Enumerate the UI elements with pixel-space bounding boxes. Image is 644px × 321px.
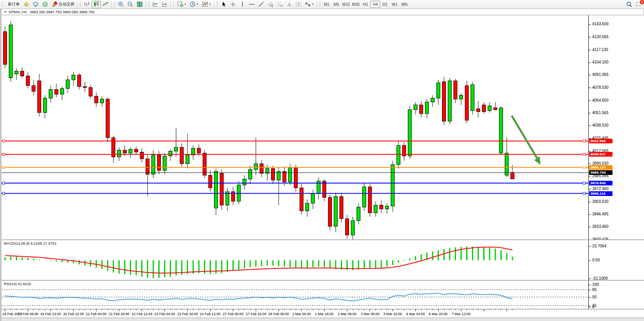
horizontal-line-icon[interactable] xyxy=(247,1,256,8)
time-tick: 21 Feb 20:00 xyxy=(109,312,129,316)
text-label-icon[interactable]: T xyxy=(294,1,303,8)
crosshair-icon[interactable] xyxy=(228,1,238,8)
time-tick: 3 Mar 16:00 xyxy=(383,312,402,316)
zoom-out-icon[interactable] xyxy=(126,1,135,8)
one-click-dropdown-icon[interactable]: ▼ xyxy=(4,11,7,13)
trendline-icon[interactable] xyxy=(256,1,266,8)
cursor-icon[interactable] xyxy=(219,1,228,8)
ticket-icon[interactable] xyxy=(22,1,31,8)
macd-label: MACD(12,26,9) 6.2168 17.4763 xyxy=(4,241,56,245)
price-tick: 4091.065 xyxy=(592,72,609,77)
time-tick: 28 Feb 08:00 xyxy=(268,312,289,316)
time-tick: 7 Mar 12:00 xyxy=(452,312,470,316)
toolbar-grip[interactable] xyxy=(148,2,149,7)
time-tick: 20 Feb 12:00 xyxy=(63,312,84,316)
timeframe-m30-button[interactable]: M30 xyxy=(351,1,361,8)
chart-ohlc-readout: 3983.250 3997.750 3983.050 3989.750 xyxy=(30,10,94,14)
add-indicator-icon[interactable]: ▼ xyxy=(175,1,188,8)
chat-icon[interactable]: 1 xyxy=(634,1,643,8)
chevron-down-icon[interactable]: ▼ xyxy=(209,3,211,5)
price-tick: 3959.530 xyxy=(592,199,609,204)
timeframe-mn-button[interactable]: MN xyxy=(400,1,409,8)
time-tick: 24 Feb 12:00 xyxy=(200,312,220,316)
time-axis[interactable]: 16 Feb 202317 Feb 08:0019 Feb 23:0020 Fe… xyxy=(2,309,644,317)
bar-chart-icon[interactable] xyxy=(82,1,91,8)
rsi-label: RSI(14) 41.9215 xyxy=(4,282,31,286)
line-chart-icon[interactable] xyxy=(101,1,110,8)
svg-text:E: E xyxy=(271,5,273,7)
vertical-line-icon[interactable] xyxy=(238,1,247,8)
toolbar-grip[interactable] xyxy=(80,2,81,7)
price-chart-canvas[interactable] xyxy=(2,15,588,240)
time-tick: 27 Feb 16:00 xyxy=(246,312,266,316)
price-tick: 3933.460 xyxy=(592,224,609,229)
auto-scroll-icon[interactable] xyxy=(151,1,160,8)
time-tick: 17 Feb 08:00 xyxy=(18,312,38,316)
timeframe-w1-button[interactable]: W1 xyxy=(390,1,400,8)
price-tick: 4143.600 xyxy=(592,22,609,26)
price-line-label: 4022.555 xyxy=(589,139,612,143)
rsi-scale-tick: 50 xyxy=(592,295,597,299)
price-tick: 4104.100 xyxy=(592,60,609,64)
chevron-down-icon[interactable]: ▼ xyxy=(184,3,186,5)
toolbar-grip[interactable] xyxy=(319,2,321,7)
tile-windows-icon[interactable] xyxy=(135,1,144,8)
chart-title-bar: ▼ SP500-,H4 3983.250 3997.750 3983.050 3… xyxy=(2,9,644,15)
toolbar-grip[interactable] xyxy=(173,2,174,7)
timeframe-m5-button[interactable]: M5 xyxy=(332,1,341,8)
price-tick: 4051.565 xyxy=(592,111,609,115)
notification-badge: 1 xyxy=(639,0,644,5)
mt4-terminal: 新订单自动交易▼▼▼EFAT▼M1M5M15M30H1H4D1W1MN1 ▼ S… xyxy=(0,0,644,321)
template-icon[interactable]: ▼ xyxy=(200,1,213,8)
toolbar-grip[interactable] xyxy=(2,2,3,7)
fibonacci-icon[interactable]: F xyxy=(275,1,284,8)
macd-signal-line xyxy=(5,247,512,273)
autotrade-button[interactable]: 自动交易 xyxy=(50,1,76,8)
text-icon[interactable]: A xyxy=(284,1,294,8)
new-order-button[interactable]: 新订单 xyxy=(4,1,22,8)
shapes-icon[interactable]: ▼ xyxy=(303,1,316,8)
new-order-button-label: 新订单 xyxy=(8,2,19,7)
price-tick: 3946.495 xyxy=(592,212,609,216)
rsi-scale-tick: 100 xyxy=(592,282,599,287)
time-tick: 22 Feb 12:00 xyxy=(132,312,152,316)
price-line-3968.116[interactable] xyxy=(2,192,588,195)
time-tick: 1 Mar 00:00 xyxy=(292,312,311,316)
macd-canvas[interactable] xyxy=(2,240,588,280)
timeframe-d1-button[interactable]: D1 xyxy=(380,1,390,8)
sell-signal-arrow[interactable] xyxy=(512,116,540,165)
price-line-4008.647[interactable] xyxy=(2,153,588,155)
rsi-scale-tick: 0 xyxy=(592,305,595,309)
time-tick: 23 Feb 04:00 xyxy=(154,312,175,316)
rsi-canvas[interactable] xyxy=(2,280,588,309)
toolbar-grip[interactable] xyxy=(114,2,115,7)
svg-text:F: F xyxy=(281,5,283,7)
chart-symbol-period: SP500-,H4 xyxy=(9,10,26,14)
timeframe-h4-button[interactable]: H4 xyxy=(370,1,380,8)
search-icon[interactable] xyxy=(625,1,634,8)
channel-icon[interactable]: E xyxy=(266,1,275,8)
macd-panel: MACD(12,26,9) 6.2168 17.4763 23.70640.00… xyxy=(2,240,644,280)
time-tick: 6 Mar 04:00 xyxy=(406,312,425,316)
price-line-label: 4008.647 xyxy=(589,152,612,157)
chevron-down-icon[interactable]: ▼ xyxy=(312,3,314,5)
chart-shift-icon[interactable] xyxy=(160,1,169,8)
period-clock-icon[interactable]: ▼ xyxy=(188,1,200,8)
time-tick: 21 Feb 04:00 xyxy=(86,312,106,316)
timeframe-m1-button[interactable]: M1 xyxy=(322,1,332,8)
rsi-value: 41.9215 xyxy=(18,282,31,286)
autotrade-button-label: 自动交易 xyxy=(59,2,74,7)
timeframe-m15-button[interactable]: M15 xyxy=(341,1,351,8)
macd-values: 6.2168 17.4763 xyxy=(31,241,56,245)
toolbar-grip[interactable] xyxy=(217,2,218,7)
zoom-in-icon[interactable] xyxy=(116,1,126,8)
chevron-down-icon[interactable]: ▼ xyxy=(197,3,199,5)
toolbar-separator xyxy=(146,1,146,8)
price-axis: 4143.6004130.5654117.1354104.1004091.065… xyxy=(588,15,644,240)
timeframe-h1-button[interactable]: H1 xyxy=(361,1,370,8)
terminal-icon[interactable] xyxy=(31,1,40,8)
svg-text:A: A xyxy=(287,2,291,7)
time-tick: 3 Mar 00:00 xyxy=(361,312,379,316)
signals-icon[interactable] xyxy=(40,1,50,8)
candlestick-chart-icon[interactable] xyxy=(91,1,101,8)
